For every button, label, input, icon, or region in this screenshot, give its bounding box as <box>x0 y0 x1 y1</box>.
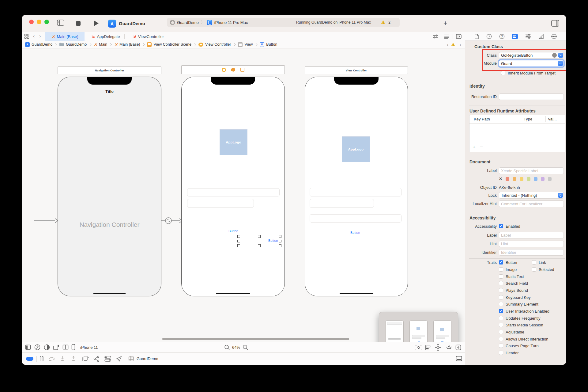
color-swatch[interactable] <box>548 177 552 181</box>
scheme-selector[interactable]: GuardDemo 〉 iPhone 11 Pro Max <box>167 18 271 27</box>
trait-checkbox[interactable] <box>499 302 503 306</box>
trait-checkbox[interactable] <box>499 288 503 292</box>
navigation-controller-scene[interactable]: Title Navigation Controller <box>58 77 161 296</box>
acc-label-field[interactable] <box>499 232 564 238</box>
scene-dock-view-controller[interactable]: ← <box>181 65 285 74</box>
color-swatch[interactable] <box>541 177 545 181</box>
view-controller-dock-icon[interactable] <box>222 68 226 72</box>
zoom-out-icon[interactable] <box>224 344 230 350</box>
tab-appdelegate[interactable]: AppDelegate <box>87 32 124 41</box>
color-swatch[interactable] <box>506 177 509 181</box>
breadcrumb-item-main-base[interactable]: ✕ Main (Base) <box>114 42 140 47</box>
lock-dropdown[interactable]: Inherited - (Nothing) <box>499 192 564 199</box>
trait-checkbox[interactable] <box>499 260 503 265</box>
minimize-window-button[interactable] <box>37 20 41 24</box>
trait-checkbox[interactable] <box>499 281 503 285</box>
breadcrumb-item-button[interactable]: B Button <box>260 42 277 47</box>
breadcrumb-item-view[interactable]: View <box>238 42 253 47</box>
scheme-destination[interactable]: iPhone 11 Pro Max <box>214 20 248 25</box>
step-over-icon[interactable] <box>48 356 56 362</box>
forward-chevron-icon[interactable]: › <box>39 33 41 39</box>
trait-checkbox[interactable] <box>499 323 503 327</box>
trait-checkbox[interactable] <box>499 351 503 355</box>
accessibility-icon[interactable] <box>34 344 40 350</box>
column-key-path[interactable]: Key Path <box>474 117 490 121</box>
memory-graph-icon[interactable] <box>93 356 100 362</box>
breadcrumb-item-group[interactable]: GuardDemo <box>59 42 87 47</box>
quick-help-inspector-icon[interactable]: ? <box>499 34 505 39</box>
editor-options-icon[interactable] <box>444 34 450 39</box>
add-attribute-icon[interactable]: + <box>473 144 476 150</box>
ui-button[interactable]: Button <box>228 229 238 233</box>
applogo-image-view[interactable]: AppLogo <box>342 136 370 162</box>
add-editor-plus-icon[interactable]: + <box>443 20 447 27</box>
tab-main-storyboard[interactable]: ✕ Main (Base) <box>45 32 85 41</box>
stop-button[interactable] <box>76 21 81 26</box>
color-swatch[interactable] <box>534 177 537 181</box>
file-inspector-icon[interactable] <box>474 34 479 39</box>
ui-button[interactable]: Button <box>350 231 360 234</box>
trait-checkbox[interactable] <box>499 274 503 279</box>
trait-checkbox[interactable] <box>499 309 503 313</box>
document-label-field[interactable] <box>499 167 564 174</box>
attributes-inspector-icon[interactable] <box>525 34 531 39</box>
minimap-scene-1[interactable] <box>386 320 404 342</box>
trait-checkbox[interactable] <box>532 267 536 272</box>
app-process-icon[interactable] <box>128 356 134 361</box>
run-button[interactable] <box>93 20 99 26</box>
split-view-icon[interactable] <box>62 344 69 350</box>
size-inspector-icon[interactable] <box>538 34 544 39</box>
selection-handle[interactable] <box>237 240 240 242</box>
connections-inspector-icon[interactable] <box>551 34 557 39</box>
add-editor-icon[interactable] <box>456 34 462 39</box>
warning-count[interactable]: 2 <box>388 20 390 25</box>
environment-overrides-icon[interactable] <box>104 356 111 362</box>
trait-checkbox[interactable] <box>499 344 503 348</box>
minimap-scene-2[interactable] <box>409 320 428 342</box>
color-scheme-icon[interactable] <box>44 344 50 350</box>
jump-warning-icon[interactable] <box>451 42 455 48</box>
remove-attribute-icon[interactable]: − <box>480 144 483 150</box>
initial-view-controller-arrow[interactable] <box>34 217 59 224</box>
module-field[interactable] <box>499 60 564 67</box>
trait-checkbox[interactable] <box>499 316 503 320</box>
acc-identifier-field[interactable] <box>499 249 564 256</box>
module-dropdown-chevron[interactable] <box>558 61 563 66</box>
breadcrumb-item-project[interactable]: A GuardDemo <box>25 42 52 47</box>
console-toggle-icon[interactable] <box>456 356 462 361</box>
class-jump-arrow-icon[interactable]: → <box>552 53 557 58</box>
device-bezels-toggle-icon[interactable] <box>25 344 31 350</box>
breadcrumb-item-main[interactable]: ✕ Main <box>94 42 107 47</box>
embed-in-icon[interactable] <box>455 344 461 350</box>
storyboard-canvas[interactable]: Navigation Controller Title Navigation C… <box>22 48 465 342</box>
trait-checkbox[interactable] <box>499 295 503 299</box>
history-inspector-icon[interactable] <box>486 34 492 39</box>
resolve-autolayout-icon[interactable] <box>446 344 453 350</box>
selection-handle[interactable] <box>237 235 240 238</box>
accessibility-enabled-checkbox[interactable] <box>499 224 503 228</box>
color-swatch[interactable] <box>527 177 530 181</box>
localizer-hint-field[interactable] <box>499 200 564 207</box>
inspector-panel-toggle-icon[interactable] <box>551 20 560 27</box>
trait-checkbox[interactable] <box>532 260 536 265</box>
pause-execution-icon[interactable] <box>40 356 43 361</box>
first-responder-dock-icon[interactable] <box>231 68 235 72</box>
identity-inspector-icon-selected[interactable] <box>512 34 518 39</box>
clear-color-icon[interactable]: ✕ <box>499 177 502 181</box>
step-into-icon[interactable] <box>60 356 65 362</box>
tab-viewcontroller[interactable]: ViewController <box>128 32 168 41</box>
color-swatch[interactable] <box>513 177 516 181</box>
orientation-icon[interactable] <box>53 344 60 351</box>
debug-target-name[interactable]: GuardDemo <box>137 356 158 361</box>
device-name[interactable]: iPhone 11 <box>80 345 98 350</box>
trait-checkbox[interactable] <box>499 337 503 341</box>
selected-ui-button[interactable]: Button <box>268 239 278 242</box>
selection-handle[interactable] <box>279 244 281 247</box>
acc-hint-field[interactable] <box>499 241 564 247</box>
relationship-segue-arrow[interactable] <box>160 216 183 225</box>
runtime-attributes-table[interactable]: Key Path Type Val... + − <box>469 115 565 152</box>
text-field[interactable] <box>187 199 254 208</box>
inherit-module-checkbox[interactable] <box>501 71 505 75</box>
selection-handle[interactable] <box>237 244 240 247</box>
align-icon[interactable] <box>425 345 431 350</box>
